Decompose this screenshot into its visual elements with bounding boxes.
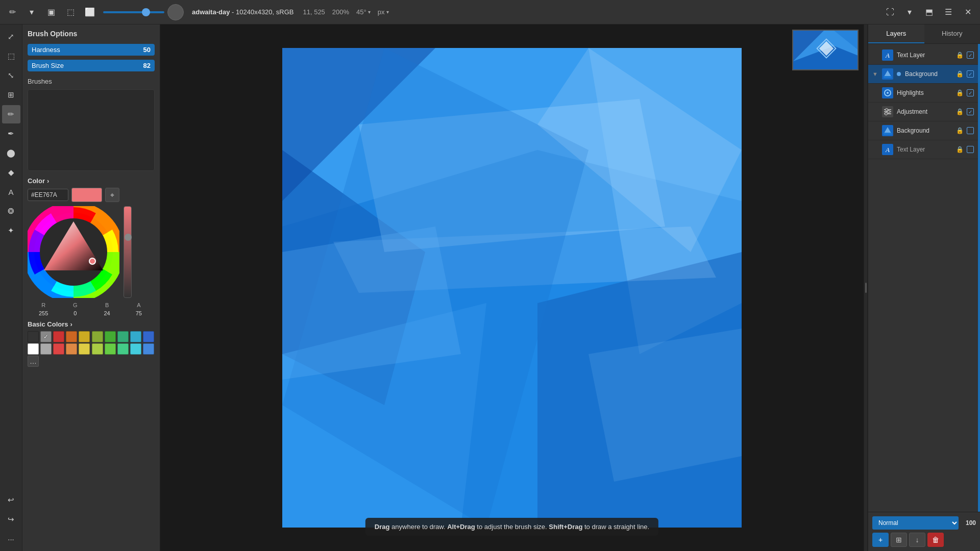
r-value: 255: [36, 310, 51, 316]
fill-tool-btn[interactable]: ⬤: [2, 144, 20, 162]
text-tool-btn[interactable]: A: [2, 183, 20, 201]
color-swatch-2[interactable]: [53, 331, 64, 342]
color-swatch-12[interactable]: [53, 343, 64, 355]
selection-tool-btn[interactable]: ⬚: [2, 47, 20, 65]
layer-vis-0[interactable]: ✓: [967, 52, 974, 59]
layer-lock-1[interactable]: 🔒: [956, 70, 964, 78]
layer-lock-5[interactable]: 🔒: [956, 146, 964, 153]
layer-lock-4[interactable]: 🔒: [956, 127, 964, 134]
tab-history[interactable]: History: [924, 24, 981, 43]
sidebar-right-btn[interactable]: ▾: [901, 4, 918, 20]
color-swatch-3[interactable]: [66, 331, 77, 342]
selection-btn[interactable]: ⬚: [62, 4, 79, 20]
color-swatch-10[interactable]: [28, 343, 39, 355]
color-swatch-5[interactable]: [92, 331, 103, 342]
color-swatch[interactable]: [71, 188, 102, 202]
hardness-row[interactable]: Hardness 50: [28, 44, 155, 56]
color-swatch-1[interactable]: [40, 331, 52, 342]
layer-vis-2[interactable]: ✓: [967, 89, 974, 96]
layer-item-4[interactable]: Background🔒: [868, 121, 978, 140]
layer-lock-0[interactable]: 🔒: [956, 52, 964, 59]
color-swatch-19[interactable]: [143, 343, 154, 355]
layer-item-3[interactable]: Adjustment🔒✓: [868, 103, 978, 121]
color-swatch-4[interactable]: [79, 331, 90, 342]
layer-item-1[interactable]: ▼Background🔒✓: [868, 65, 978, 84]
layer-item-2[interactable]: Highlights🔒✓: [868, 84, 978, 103]
color-header[interactable]: Color ›: [28, 177, 155, 185]
alpha-slider[interactable]: [124, 206, 132, 298]
brush-tool-btn[interactable]: ✏: [4, 4, 20, 20]
color-swatch-18[interactable]: [130, 343, 141, 355]
hex-input[interactable]: [28, 189, 68, 201]
shapes-tool-btn[interactable]: ◆: [2, 163, 20, 182]
split-view-btn[interactable]: ⬒: [921, 4, 937, 20]
layer-vis-4[interactable]: [967, 127, 974, 134]
layer-lock-2[interactable]: 🔒: [956, 89, 964, 96]
undo-btn[interactable]: ↩: [2, 491, 20, 509]
transform-btn[interactable]: ⬜: [82, 4, 98, 20]
blend-mode-select[interactable]: Normal: [872, 516, 959, 530]
layer-vis-3[interactable]: ✓: [967, 108, 974, 115]
layer-vis-5[interactable]: [967, 146, 974, 153]
delete-layer-btn[interactable]: 🗑: [927, 533, 944, 547]
move-tool-btn[interactable]: ⤢: [2, 28, 20, 46]
brush-tool-left-btn[interactable]: ✏: [2, 105, 20, 123]
crop-btn[interactable]: ▣: [43, 4, 59, 20]
color-swatch-0[interactable]: [28, 331, 39, 342]
panel-separator[interactable]: [864, 24, 868, 551]
layer-expand-1[interactable]: ▼: [872, 71, 878, 77]
more-colors-btn[interactable]: …: [28, 356, 39, 367]
toolbar-right-icons: ⛶ ▾ ⬒ ☰ ✕: [882, 4, 976, 20]
layer-icon-4: [881, 124, 894, 137]
color-swatch-7[interactable]: [117, 331, 129, 342]
right-panel: Layers History AText Layer🔒✓▼Background🔒…: [868, 24, 980, 551]
merge-layer-btn[interactable]: ⊞: [891, 533, 907, 547]
eyedropper-btn[interactable]: ⌖: [105, 188, 119, 202]
g-value: 0: [68, 310, 82, 316]
layer-vis-1[interactable]: ✓: [967, 70, 974, 78]
close-btn[interactable]: ✕: [960, 4, 976, 20]
fullscreen-btn[interactable]: ⛶: [882, 4, 898, 20]
canvas-area[interactable]: Drag anywhere to draw. Alt+Drag to adjus…: [160, 24, 864, 551]
toolbar-arrow-btn[interactable]: ▾: [23, 4, 40, 20]
color-swatch-11[interactable]: [40, 343, 52, 355]
layer-icon-0: A: [881, 49, 894, 61]
color-swatch-16[interactable]: [105, 343, 116, 355]
color-wheel-svg[interactable]: [28, 206, 119, 298]
coords-text: 11, 525: [303, 8, 325, 16]
color-swatch-13[interactable]: [66, 343, 77, 355]
color-swatch-9[interactable]: [143, 331, 154, 342]
menu-btn[interactable]: ☰: [940, 4, 957, 20]
layer-lock-3[interactable]: 🔒: [956, 108, 964, 115]
unit-arrow[interactable]: ▾: [386, 9, 389, 15]
unit-text: px: [378, 8, 385, 16]
artwork-canvas[interactable]: [282, 48, 742, 528]
more-tools-btn[interactable]: ···: [2, 530, 20, 548]
brush-size-row[interactable]: Brush Size 82: [28, 60, 155, 71]
brush-size-value: 82: [143, 62, 151, 69]
color-swatch-15[interactable]: [92, 343, 103, 355]
brushes-grid[interactable]: [28, 89, 155, 171]
tab-layers[interactable]: Layers: [868, 24, 924, 43]
grid-tool-btn[interactable]: ⊞: [2, 86, 20, 104]
circle-option-btn[interactable]: [167, 4, 184, 20]
color-wheel-wrapper[interactable]: [28, 206, 119, 298]
redo-btn[interactable]: ↪: [2, 510, 20, 529]
magic-tool-btn[interactable]: ✦: [2, 221, 20, 240]
hardness-label: Hardness: [32, 46, 60, 54]
move-layer-down-btn[interactable]: ↓: [909, 533, 925, 547]
clone-tool-btn[interactable]: ❂: [2, 202, 20, 220]
transform-tool-btn[interactable]: ⤡: [2, 66, 20, 85]
layer-item-5[interactable]: AText Layer🔒: [868, 140, 978, 159]
angle-arrow[interactable]: ▾: [368, 9, 371, 15]
color-swatch-17[interactable]: [117, 343, 129, 355]
brush-slider[interactable]: [103, 11, 164, 13]
pencil-tool-btn[interactable]: ✒: [2, 124, 20, 143]
color-swatch-14[interactable]: [79, 343, 90, 355]
svg-rect-26: [884, 76, 892, 78]
color-swatch-6[interactable]: [105, 331, 116, 342]
layer-item-0[interactable]: AText Layer🔒✓: [868, 46, 978, 65]
basic-colors-header[interactable]: Basic Colors ›: [28, 320, 155, 328]
color-swatch-8[interactable]: [130, 331, 141, 342]
add-layer-btn[interactable]: +: [872, 533, 889, 547]
